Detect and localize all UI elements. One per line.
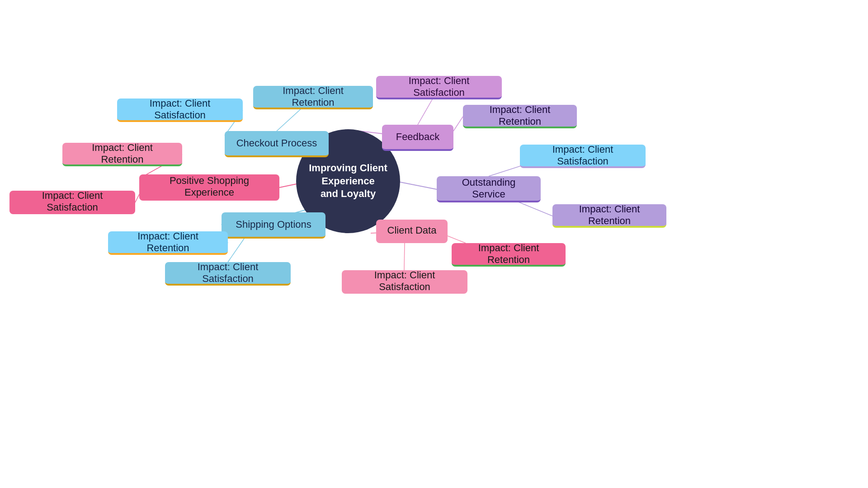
checkout-retention-node[interactable]: Impact: Client Retention — [253, 86, 373, 109]
outstanding-satisfaction-node[interactable]: Impact: Client Satisfaction — [520, 145, 646, 168]
checkout-label: Checkout Process — [236, 137, 317, 149]
svg-line-6 — [396, 181, 437, 189]
outstanding-label: Outstanding Service — [445, 177, 533, 200]
positive-node[interactable]: Positive Shopping Experience — [139, 174, 279, 201]
shipping-satisfaction-node[interactable]: Impact: Client Satisfaction — [165, 262, 291, 286]
clientdata-satisfaction-label: Impact: Client Satisfaction — [350, 269, 459, 293]
feedback-satisfaction-label: Impact: Client Satisfaction — [384, 75, 494, 99]
checkout-retention-label: Impact: Client Retention — [261, 85, 365, 108]
checkout-satisfaction-label: Impact: Client Satisfaction — [125, 98, 235, 121]
shipping-label: Shipping Options — [236, 219, 311, 230]
clientdata-node[interactable]: Client Data — [376, 220, 448, 243]
clientdata-label: Client Data — [387, 225, 437, 236]
feedback-retention-label: Impact: Client Retention — [471, 104, 569, 127]
center-label: Improving Client Experience and Loyalty — [296, 162, 400, 201]
feedback-retention-node[interactable]: Impact: Client Retention — [463, 105, 577, 128]
positive-retention-node[interactable]: Impact: Client Retention — [62, 143, 182, 166]
outstanding-retention-node[interactable]: Impact: Client Retention — [552, 204, 666, 228]
shipping-retention-label: Impact: Client Retention — [116, 230, 220, 254]
outstanding-satisfaction-label: Impact: Client Satisfaction — [528, 144, 637, 167]
svg-line-5 — [453, 117, 463, 131]
positive-label: Positive Shopping Experience — [147, 175, 271, 198]
svg-line-14 — [228, 239, 244, 262]
feedback-satisfaction-node[interactable]: Impact: Client Satisfaction — [376, 76, 502, 99]
positive-retention-label: Impact: Client Retention — [71, 142, 174, 165]
outstanding-node[interactable]: Outstanding Service — [437, 176, 541, 202]
clientdata-retention-label: Impact: Client Retention — [460, 242, 557, 266]
feedback-node[interactable]: Feedback — [382, 125, 453, 151]
shipping-satisfaction-label: Impact: Client Satisfaction — [173, 261, 283, 285]
clientdata-satisfaction-node[interactable]: Impact: Client Satisfaction — [342, 270, 467, 294]
positive-satisfaction-label: Impact: Client Satisfaction — [18, 190, 127, 213]
svg-line-11 — [404, 243, 405, 270]
positive-satisfaction-node[interactable]: Impact: Client Satisfaction — [9, 191, 135, 214]
checkout-node[interactable]: Checkout Process — [225, 131, 329, 157]
feedback-label: Feedback — [396, 131, 440, 143]
checkout-satisfaction-node[interactable]: Impact: Client Satisfaction — [117, 99, 243, 122]
svg-line-17 — [135, 194, 139, 202]
outstanding-retention-label: Impact: Client Retention — [561, 203, 658, 227]
clientdata-retention-node[interactable]: Impact: Client Retention — [452, 243, 566, 267]
shipping-retention-node[interactable]: Impact: Client Retention — [108, 231, 228, 255]
shipping-node[interactable]: Shipping Options — [222, 212, 326, 239]
